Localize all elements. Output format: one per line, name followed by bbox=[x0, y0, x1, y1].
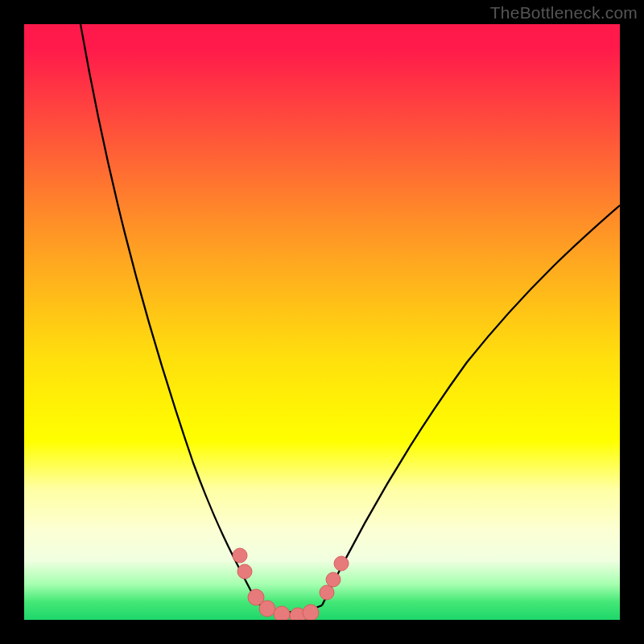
bottleneck-curve bbox=[24, 24, 620, 620]
marker-dot bbox=[237, 564, 252, 579]
marker-cluster bbox=[233, 548, 349, 620]
marker-dot bbox=[233, 548, 247, 563]
marker-dot bbox=[334, 556, 349, 571]
chart-frame: TheBottleneck.com bbox=[0, 0, 644, 644]
plot-area bbox=[24, 24, 620, 620]
marker-dot bbox=[259, 601, 275, 617]
right-curve bbox=[322, 205, 620, 605]
watermark-text: TheBottleneck.com bbox=[490, 3, 638, 23]
left-curve bbox=[80, 24, 258, 604]
marker-dot bbox=[320, 585, 334, 600]
marker-dot bbox=[326, 572, 341, 587]
marker-dot bbox=[274, 606, 290, 620]
marker-dot bbox=[303, 605, 319, 620]
